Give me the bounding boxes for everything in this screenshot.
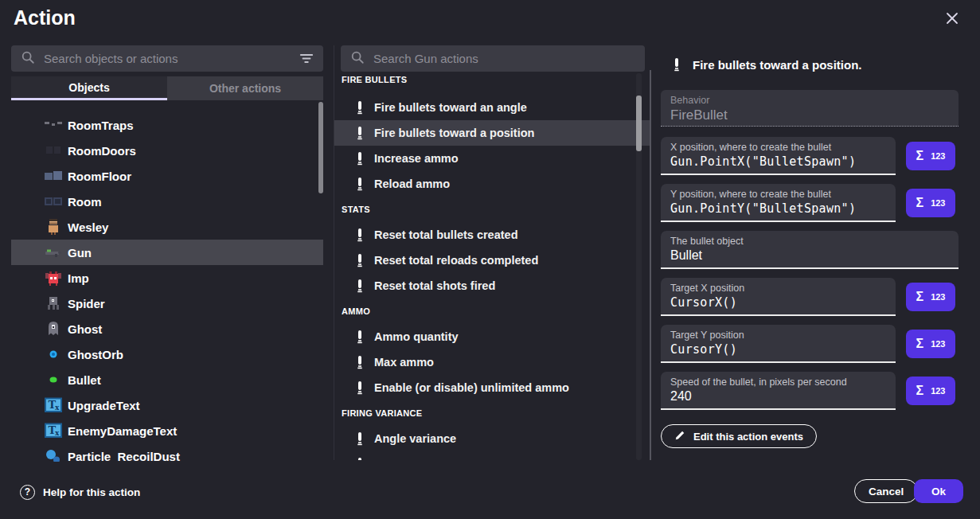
ok-button[interactable]: Ok xyxy=(914,479,963,503)
search-objects-input[interactable]: Search objects or actions xyxy=(11,45,323,72)
help-label: Help for this action xyxy=(43,486,140,498)
object-item-room[interactable]: Room xyxy=(11,189,323,214)
close-button[interactable] xyxy=(943,10,962,29)
cancel-button[interactable]: Cancel xyxy=(854,479,918,503)
action-item-reset-total-bullets-created[interactable]: Reset total bullets created xyxy=(334,222,650,248)
spider-icon xyxy=(45,295,62,312)
object-item-wesley[interactable]: Wesley xyxy=(11,214,323,240)
action-item-reload-ammo[interactable]: Reload ammo xyxy=(334,171,650,197)
action-item-increase-ammo[interactable]: Increase ammo xyxy=(334,146,650,171)
action-item-angle-variance[interactable]: Angle variance xyxy=(334,426,650,451)
bullet-action-icon xyxy=(356,151,364,166)
action-item-ammo-quantity[interactable]: Ammo quantity xyxy=(334,324,650,349)
action-item-label: Reset total shots fired xyxy=(374,279,495,292)
field-x-position-where-to-create-the-bullet[interactable]: X position, where to create the bulletGu… xyxy=(661,137,896,175)
field-the-bullet-object[interactable]: The bullet objectBullet xyxy=(661,231,959,269)
bullet-action-icon xyxy=(356,431,364,446)
edit-action-events-button[interactable]: Edit this action events xyxy=(661,424,817,448)
expression-editor-button[interactable]: Σ123 xyxy=(906,142,955,170)
gun-icon xyxy=(45,244,62,261)
wesley-icon xyxy=(45,218,62,236)
expression-editor-button[interactable]: Σ123 xyxy=(906,283,955,311)
action-item-enable-or-disable-unlimited-ammo[interactable]: Enable (or disable) unlimited ammo xyxy=(334,375,650,400)
search-objects-placeholder: Search objects or actions xyxy=(44,52,178,65)
help-link[interactable]: ? Help for this action xyxy=(20,482,140,502)
bullet-action-icon xyxy=(356,279,364,293)
field-value: 240 xyxy=(670,389,886,404)
ghost-orb-icon xyxy=(45,345,62,363)
object-item-label: RoomFloor xyxy=(68,170,131,183)
object-item-imp[interactable]: Imp xyxy=(11,265,323,291)
field-row-the-bullet-object: The bullet objectBullet xyxy=(661,231,959,269)
text-icon: Tx xyxy=(45,396,62,414)
filter-icon[interactable] xyxy=(299,53,314,64)
field-target-x-position[interactable]: Target X positionCursorX() xyxy=(661,278,896,316)
object-item-bullet[interactable]: Bullet xyxy=(11,367,323,392)
object-item-roomfloor[interactable]: RoomFloor xyxy=(11,163,323,189)
action-item-fire-bullets-toward-a-position[interactable]: Fire bullets toward a position xyxy=(334,120,650,146)
search-actions-input[interactable]: Search Gun actions xyxy=(341,45,645,72)
object-item-roomtraps[interactable]: RoomTraps xyxy=(11,112,323,138)
action-item-fire-bullets-toward-an-angle[interactable]: Fire bullets toward an angle xyxy=(334,95,650,120)
object-list-scrollbar[interactable] xyxy=(318,102,323,193)
sigma-icon: Σ xyxy=(916,384,924,398)
numbers-icon: 123 xyxy=(931,151,945,161)
action-item-max-ammo[interactable]: Max ammo xyxy=(334,349,650,375)
room-traps-icon xyxy=(45,116,62,134)
bullet-action-icon xyxy=(356,330,364,344)
object-item-gun[interactable]: Gun xyxy=(11,240,323,265)
bullet-action-icon xyxy=(356,100,364,115)
field-label: Target Y position xyxy=(670,330,886,341)
numbers-icon: 123 xyxy=(931,386,945,396)
imp-icon xyxy=(45,269,62,287)
expression-editor-button[interactable]: Σ123 xyxy=(906,189,955,217)
object-item-ghost[interactable]: Ghost xyxy=(11,316,323,341)
object-item-upgradetext[interactable]: TxUpgradeText xyxy=(11,392,323,418)
tab-objects[interactable]: Objects xyxy=(11,76,167,100)
expression-editor-button[interactable]: Σ123 xyxy=(906,377,955,405)
pencil-icon xyxy=(674,430,685,443)
object-item-enemydamagetext[interactable]: TxEnemyDamageText xyxy=(11,418,323,443)
panel-divider xyxy=(650,70,651,460)
field-label: Target X position xyxy=(670,283,886,294)
field-speed-of-the-bullet-in-pixels-per-second[interactable]: Speed of the bullet, in pixels per secon… xyxy=(661,372,896,410)
object-item-label: Wesley xyxy=(68,220,108,234)
bullet-action-icon xyxy=(356,355,364,369)
action-list-scrollbar[interactable] xyxy=(636,96,642,151)
svg-text:x: x xyxy=(55,429,60,437)
action-item-label: Enable (or disable) unlimited ammo xyxy=(374,381,569,394)
object-item-label: Room xyxy=(68,195,102,209)
object-item-label: Gun xyxy=(68,246,92,260)
action-item-label: Fire bullets toward an angle xyxy=(374,101,527,114)
object-item-particle-recoildust[interactable]: Particle_RecoilDust xyxy=(11,443,323,462)
action-dialog: Action Search objects or actions Search … xyxy=(0,0,980,519)
field-row-x-position-where-to-create-the-bullet: X position, where to create the bulletGu… xyxy=(661,137,959,175)
numbers-icon: 123 xyxy=(931,198,945,208)
object-item-roomdoors[interactable]: RoomDoors xyxy=(11,138,323,163)
field-row-speed-of-the-bullet-in-pixels-per-second: Speed of the bullet, in pixels per secon… xyxy=(661,372,959,410)
particle-icon xyxy=(45,447,62,462)
field-y-position-where-to-create-the-bullet[interactable]: Y position, where to create the bulletGu… xyxy=(661,184,896,222)
field-behavior: BehaviorFireBullet xyxy=(661,90,959,127)
object-item-label: UpgradeText xyxy=(68,399,140,412)
action-description: Fire bullets toward a position. xyxy=(693,58,862,72)
bullet-action-icon xyxy=(356,228,364,242)
object-item-spider[interactable]: Spider xyxy=(11,291,323,316)
close-icon xyxy=(946,12,959,28)
field-value: FireBullet xyxy=(670,107,949,123)
left-tab-bar: Objects Other actions xyxy=(11,76,323,100)
action-item-label: Ammo quantity xyxy=(374,330,459,343)
action-item-item[interactable] xyxy=(334,451,650,460)
action-item-reset-total-reloads-completed[interactable]: Reset total reloads completed xyxy=(334,248,650,273)
tab-other-actions[interactable]: Other actions xyxy=(167,76,323,100)
action-item-reset-total-shots-fired[interactable]: Reset total shots fired xyxy=(334,273,650,299)
bullet-action-icon xyxy=(356,177,364,191)
action-group-header-stats: STATS xyxy=(334,197,650,222)
expression-editor-button[interactable]: Σ123 xyxy=(906,330,955,358)
action-group-header-firing-variance: FIRING VARIANCE xyxy=(334,400,650,426)
field-row-target-y-position: Target Y positionCursorY()Σ123 xyxy=(661,325,959,363)
object-item-ghostorb[interactable]: GhostOrb xyxy=(11,341,323,367)
sigma-icon: Σ xyxy=(916,149,924,163)
action-group-header-fire-bullets: FIRE BULLETS xyxy=(334,73,650,86)
field-target-y-position[interactable]: Target Y positionCursorY() xyxy=(661,325,896,363)
